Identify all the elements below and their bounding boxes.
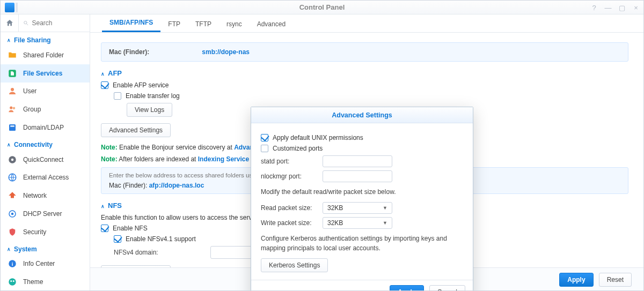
- shield-icon: [7, 227, 18, 237]
- apply-button[interactable]: Apply: [559, 273, 593, 287]
- user-icon: [7, 86, 18, 96]
- customized-ports-label: Customized ports: [273, 145, 323, 152]
- nfs-enable-checkbox[interactable]: [101, 225, 108, 232]
- read-packet-select[interactable]: 32KB▼: [323, 202, 392, 214]
- afp-transfer-log-checkbox[interactable]: [114, 92, 121, 100]
- svg-rect-7: [10, 125, 14, 126]
- search-field[interactable]: [19, 14, 90, 32]
- sidebar-item-file-services[interactable]: File Services: [1, 64, 90, 83]
- sidebar-item-domain-ldap[interactable]: Domain/LDAP: [1, 118, 90, 137]
- sidebar-section-file-sharing[interactable]: File Sharing: [1, 32, 90, 46]
- dialog-cancel-button[interactable]: Cancel: [429, 285, 465, 291]
- chevron-down-icon: ▼: [383, 205, 387, 211]
- kerberos-text: Configure Kerberos authentication settin…: [261, 234, 463, 253]
- sidebar-item-label: Domain/LDAP: [23, 124, 64, 131]
- sidebar-item-user[interactable]: User: [1, 83, 90, 101]
- tab-tftp[interactable]: TFTP: [188, 16, 219, 32]
- afp-mac-label: Mac (Finder):: [109, 182, 147, 189]
- tabs: SMB/AFP/NFS FTP TFTP rsync Advanced: [90, 14, 643, 33]
- dialog-apply-button[interactable]: Apply: [390, 285, 423, 291]
- network-icon: [7, 190, 18, 201]
- advanced-settings-dialog: Advanced Settings Apply default UNIX per…: [251, 107, 473, 291]
- sidebar-item-label: DHCP Server: [23, 210, 62, 218]
- svg-point-16: [10, 280, 12, 282]
- sidebar-item-label: QuickConnect: [23, 156, 63, 163]
- sidebar-item-info-center[interactable]: i Info Center: [1, 255, 90, 273]
- svg-point-17: [13, 280, 14, 282]
- svg-text:i: i: [12, 261, 13, 267]
- afp-mac-address: afp://dope-nas.loc: [149, 182, 204, 189]
- afp-enable-row: Enable AFP service: [101, 81, 628, 89]
- chevron-down-icon: ▼: [383, 220, 387, 226]
- sidebar-item-theme[interactable]: Theme: [1, 273, 90, 291]
- sidebar-item-group[interactable]: Group: [1, 100, 90, 118]
- dialog-body: Apply default UNIX permissions Customize…: [251, 123, 473, 280]
- afp-enable-label: Enable AFP service: [113, 81, 169, 89]
- minimize-button[interactable]: —: [604, 3, 612, 12]
- tab-ftp[interactable]: FTP: [160, 16, 188, 32]
- svg-point-3: [11, 88, 14, 91]
- tab-advanced[interactable]: Advanced: [250, 16, 293, 32]
- sidebar-item-label: Group: [23, 106, 41, 113]
- sidebar-item-dhcp-server[interactable]: DHCP Server: [1, 205, 90, 223]
- afp-enable-checkbox[interactable]: [101, 81, 108, 89]
- tab-smb-afp-nfs[interactable]: SMB/AFP/NFS: [102, 14, 160, 32]
- nfs-v41-checkbox[interactable]: [114, 235, 121, 243]
- sidebar-item-shared-folder[interactable]: Shared Folder: [1, 46, 90, 64]
- svg-point-5: [13, 107, 16, 110]
- globe-icon: [7, 172, 18, 183]
- dialog-footer: Apply Cancel: [251, 280, 473, 291]
- statd-port-label: statd port:: [261, 158, 317, 165]
- customized-ports-checkbox[interactable]: [261, 145, 268, 152]
- svg-point-4: [10, 107, 12, 109]
- afp-advanced-settings-button[interactable]: Advanced Settings: [101, 123, 171, 137]
- window-titlebar: Control Panel ? — ▢ ×: [1, 1, 643, 14]
- unix-permissions-label: Apply default UNIX permissions: [273, 134, 363, 141]
- smb-mac-label: Mac (Finder):: [109, 48, 200, 56]
- reset-button[interactable]: Reset: [599, 273, 632, 287]
- nlockmgr-port-label: nlockmgr port:: [261, 173, 317, 180]
- file-services-icon: [7, 68, 18, 79]
- search-icon: [23, 20, 28, 26]
- svg-point-12: [11, 213, 14, 215]
- sidebar: File Sharing Shared Folder File Services…: [1, 14, 90, 291]
- home-icon: [5, 19, 14, 27]
- maximize-button[interactable]: ▢: [618, 3, 626, 12]
- statd-port-input[interactable]: [323, 155, 392, 167]
- sidebar-item-label: External Access: [23, 174, 69, 181]
- theme-icon: [7, 277, 18, 287]
- close-button[interactable]: ×: [632, 3, 640, 12]
- nfs-v41-label: Enable NFSv4.1 support: [126, 235, 196, 243]
- sidebar-item-label: Info Center: [23, 260, 55, 267]
- tab-rsync[interactable]: rsync: [219, 16, 250, 32]
- sidebar-item-security[interactable]: Security: [1, 223, 90, 241]
- window-controls: ? — ▢ ×: [590, 1, 640, 14]
- sidebar-section-system[interactable]: System: [1, 241, 90, 255]
- sidebar-topbar: [1, 14, 90, 32]
- nfs-v4domain-label: NFSv4 domain:: [114, 249, 205, 256]
- svg-point-9: [11, 158, 14, 161]
- sidebar-item-quickconnect[interactable]: QuickConnect: [1, 151, 90, 169]
- quickconnect-icon: [7, 154, 18, 165]
- nlockmgr-port-input[interactable]: [323, 170, 392, 182]
- write-packet-select[interactable]: 32KB▼: [323, 217, 392, 229]
- dhcp-icon: [7, 208, 18, 219]
- view-logs-button[interactable]: View Logs: [127, 103, 172, 117]
- smb-mac-address: smb://dope-nas: [202, 48, 250, 56]
- group-icon: [7, 104, 18, 115]
- sidebar-section-connectivity[interactable]: Connectivity: [1, 137, 90, 151]
- packet-size-text: Modify the default read/write packet siz…: [261, 188, 463, 197]
- svg-point-15: [9, 278, 16, 286]
- kerberos-settings-button[interactable]: Kerberos Settings: [261, 258, 328, 272]
- sidebar-item-label: Security: [23, 228, 46, 236]
- smb-address-box: Mac (Finder): smb://dope-nas: [101, 42, 628, 62]
- help-button[interactable]: ?: [590, 3, 598, 12]
- sidebar-item-external-access[interactable]: External Access: [1, 169, 90, 187]
- home-button[interactable]: [1, 14, 19, 32]
- unix-permissions-checkbox[interactable]: [261, 134, 268, 141]
- afp-section-header[interactable]: AFP: [101, 69, 628, 77]
- sidebar-item-network[interactable]: Network: [1, 186, 90, 205]
- write-packet-label: Write packet size:: [261, 219, 317, 227]
- search-input[interactable]: [31, 19, 85, 27]
- svg-rect-6: [9, 124, 16, 131]
